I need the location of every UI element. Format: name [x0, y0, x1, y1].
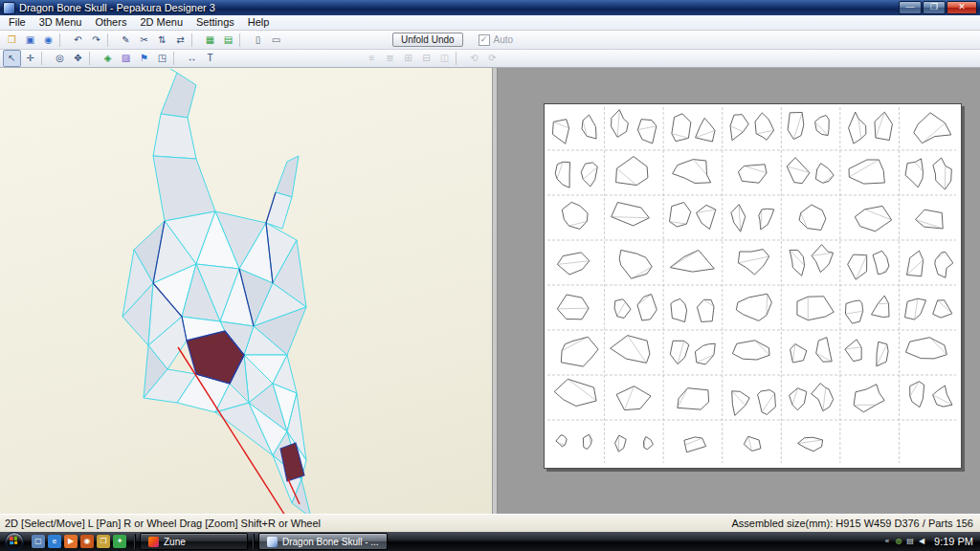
divide-parts-icon: ⊟ — [417, 50, 435, 67]
measure-icon[interactable]: ↔ — [183, 50, 201, 67]
quick-launch: ▢e▶◉❒✦ — [32, 535, 126, 548]
auto-checkbox[interactable]: ✓ — [479, 34, 490, 46]
toolbar-separator — [89, 52, 97, 65]
align-left-icon: ≡ — [363, 50, 381, 67]
toolbar-separator — [59, 33, 67, 47]
3d-viewport[interactable] — [0, 68, 492, 514]
taskbar-button-pepakura[interactable]: Dragon Bone Skull - ... — [258, 533, 388, 550]
toolbar-separator — [191, 33, 199, 47]
maximize-button[interactable]: ❐ — [923, 1, 946, 14]
menu-3d-menu[interactable]: 3D Menu — [33, 15, 89, 30]
folder-explorer-icon[interactable]: ❒ — [97, 535, 110, 548]
arrange-parts-icon: ◫ — [435, 50, 454, 67]
system-tray: «◍▤◀ 9:19 PM — [881, 536, 978, 547]
firefox-icon[interactable]: ◉ — [80, 535, 94, 548]
toolbar-separator — [239, 33, 247, 47]
messenger-icon[interactable]: ✦ — [113, 535, 126, 548]
mouse-hint-text: 2D [Select/Move] L [Pan] R or Wheel Drag… — [5, 518, 732, 529]
menu-help[interactable]: Help — [241, 15, 277, 30]
pen-icon[interactable]: ✎ — [117, 32, 135, 49]
undo-icon[interactable]: ↶ — [69, 32, 87, 49]
3d-skull-wireframe — [0, 68, 492, 514]
join-parts-icon: ⊞ — [399, 50, 417, 67]
taskbar-button-pepakura-label: Dragon Bone Skull - ... — [282, 537, 379, 547]
pepakura-app-icon — [3, 2, 15, 14]
update-icon[interactable]: ◍ — [893, 536, 904, 547]
text-tool-icon[interactable]: T — [201, 50, 219, 67]
zune-icon — [148, 537, 159, 547]
pan-icon[interactable]: ✥ — [69, 50, 87, 67]
volume-icon[interactable]: ◀ — [916, 536, 927, 547]
taskbar-separator — [134, 534, 135, 549]
zoom-icon[interactable]: ◎ — [51, 50, 69, 67]
toolbar-separator — [456, 52, 463, 65]
content-area — [0, 68, 980, 514]
texture-icon[interactable]: ▨ — [117, 50, 135, 67]
rotate-right-icon: ⟳ — [483, 50, 501, 67]
pepakura-icon — [267, 537, 278, 547]
export-globe-icon[interactable]: ◉ — [39, 32, 57, 49]
menu-others[interactable]: Others — [88, 15, 133, 30]
status-bar: 2D [Select/Move] L [Pan] R or Wheel Drag… — [0, 514, 980, 532]
solid-cube-icon[interactable]: ◈ — [99, 50, 117, 67]
table-view-icon[interactable]: ▤ — [219, 32, 237, 49]
start-button[interactable] — [5, 532, 24, 551]
show-desktop-icon[interactable]: ▢ — [32, 535, 45, 548]
page-portrait-icon[interactable]: ▯ — [249, 32, 267, 49]
auto-unfold-option: ✓ Auto — [479, 34, 514, 46]
rotate-left-icon: ⟲ — [465, 50, 483, 67]
menu-file[interactable]: File — [2, 15, 33, 30]
minimize-button[interactable]: — — [899, 1, 922, 14]
screen: Dragon Bone Skull - Pepakura Designer 3 … — [0, 0, 980, 551]
stamp-icon[interactable]: ◳ — [153, 50, 171, 67]
toolbar-separator — [107, 33, 115, 47]
scissors-icon[interactable]: ✂ — [135, 32, 153, 49]
taskbar-clock[interactable]: 9:19 PM — [934, 536, 973, 547]
redo-icon[interactable]: ↷ — [87, 32, 105, 49]
app-window: Dragon Bone Skull - Pepakura Designer 3 … — [0, 0, 980, 533]
flip-vertical-icon[interactable]: ⇅ — [153, 32, 171, 49]
select-move-icon[interactable]: ↖ — [3, 50, 21, 67]
window-title: Dragon Bone Skull - Pepakura Designer 3 — [19, 0, 899, 15]
unfolded-parts-layout — [546, 105, 958, 465]
internet-explorer-icon[interactable]: e — [48, 535, 61, 548]
taskbar-button-zune-label: Zune — [164, 537, 186, 547]
hidden-icons-icon[interactable]: « — [881, 536, 893, 547]
auto-checkbox-label: Auto — [494, 34, 514, 45]
flip-horizontal-icon[interactable]: ⇄ — [171, 32, 189, 49]
toolbar-main: ❒▣◉↶↷✎✂⇅⇄▦▤▯▭ Unfold Undo ✓ Auto — [0, 31, 980, 50]
2d-viewport[interactable] — [498, 68, 980, 514]
toolbar-separator — [173, 52, 181, 65]
menu-bar: File 3D Menu Others 2D Menu Settings Hel… — [0, 15, 980, 31]
save-icon[interactable]: ▣ — [21, 32, 39, 49]
page-landscape-icon[interactable]: ▭ — [267, 32, 285, 49]
open-folder-icon[interactable]: ❒ — [3, 32, 21, 49]
media-player-icon[interactable]: ▶ — [64, 535, 78, 548]
grid-view-icon[interactable]: ▦ — [201, 32, 219, 49]
title-bar[interactable]: Dragon Bone Skull - Pepakura Designer 3 … — [0, 0, 980, 15]
toolbar-2d-tools: ↖✛◎✥◈▨⚑◳↔T ≡≣⊞⊟◫⟲⟳ — [0, 50, 980, 68]
toolbar-separator — [41, 52, 49, 65]
network-icon[interactable]: ▤ — [904, 536, 916, 547]
pattern-page[interactable] — [544, 103, 962, 469]
menu-settings[interactable]: Settings — [189, 15, 241, 30]
taskbar-button-zune[interactable]: Zune — [140, 533, 248, 550]
assembled-size-text: Assembled size(mm): H915 W459 D376 / Par… — [732, 518, 976, 529]
close-button[interactable]: ✕ — [947, 1, 977, 14]
taskbar-separator — [253, 534, 254, 549]
edit-vertex-icon[interactable]: ✛ — [21, 50, 39, 67]
menu-2d-menu[interactable]: 2D Menu — [133, 15, 189, 30]
flag-mark-icon[interactable]: ⚑ — [135, 50, 153, 67]
windows-taskbar: ▢e▶◉❒✦ Zune Dragon Bone Skull - ... «◍▤◀… — [0, 532, 980, 551]
unfold-undo-button[interactable]: Unfold Undo — [392, 33, 463, 47]
align-center-icon: ≣ — [381, 50, 399, 67]
windows-flag-icon — [10, 537, 18, 545]
